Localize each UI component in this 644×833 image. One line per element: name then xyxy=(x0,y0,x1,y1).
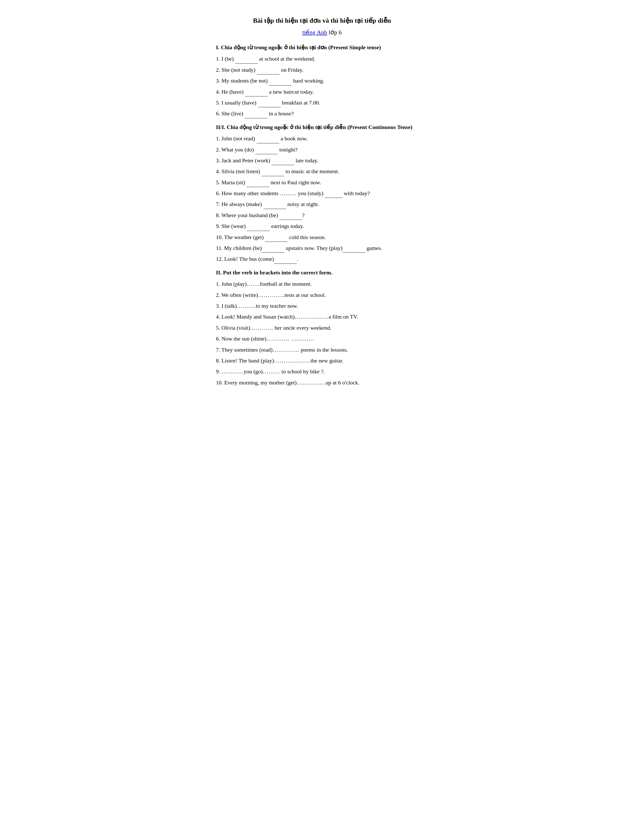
dots: ………….. xyxy=(272,347,301,353)
blank xyxy=(257,137,279,143)
section-I-items: 1. I (be) at school at the weekend. 2. S… xyxy=(216,54,428,118)
blank xyxy=(245,112,267,118)
blank xyxy=(279,213,302,220)
list-item: 7. They sometimes (read)………….. poems in … xyxy=(216,345,428,354)
section-I-heading: I. Chia động từ trong ngoặc ở thì hiện t… xyxy=(216,43,428,52)
blank xyxy=(247,224,270,231)
list-item: 2. We often (write)…………..tests at our sc… xyxy=(216,290,428,300)
list-item: 5. I usually (have) breakfast at 7.00. xyxy=(216,98,428,107)
blank xyxy=(261,169,284,176)
list-item: 6. How many other students ……… you (stud… xyxy=(216,188,428,198)
dots: ………… ………… xyxy=(266,336,315,342)
list-item: 5. Olivia (visit)………… her uncle every we… xyxy=(216,323,428,333)
section-II: II. Put the verb in brackets into the co… xyxy=(216,268,428,387)
dots: …………… xyxy=(297,380,326,386)
list-item: 1. John (play)…….football at the moment. xyxy=(216,279,428,288)
list-item: 8. Where your husband (be) ? xyxy=(216,211,428,220)
section-II-I-items: 1. John (not read) a book now. 2. What y… xyxy=(216,134,428,264)
blank xyxy=(263,202,286,209)
list-item: 12. Look! The bus (come). xyxy=(216,254,428,264)
list-item: 5. Maria (sit) next to Paul right now. xyxy=(216,178,428,187)
blank xyxy=(343,246,365,252)
blank xyxy=(265,235,288,242)
section-II-I-heading: II/I. Chia động từ trong ngoặc ở thì hiệ… xyxy=(216,122,428,132)
blank xyxy=(325,191,343,198)
blank xyxy=(257,68,280,74)
page-container: Bài tập thì hiện tại đơn và thì hiện tại… xyxy=(216,15,428,387)
page-subtitle: tiếng Anh lớp 6 xyxy=(216,27,428,38)
section-II-I: II/I. Chia động từ trong ngoặc ở thì hiệ… xyxy=(216,122,428,264)
list-item: 1. John (not read) a book now. xyxy=(216,134,428,143)
list-item: 3. Jack and Peter (work) late today. xyxy=(216,156,428,165)
list-item: 4. He (have) a new haircut today. xyxy=(216,87,428,96)
dots: ………. xyxy=(237,303,256,309)
blank xyxy=(245,90,268,96)
list-item: 10. The weather (get) cold this season. xyxy=(216,233,428,242)
page-title: Bài tập thì hiện tại đơn và thì hiện tại… xyxy=(216,15,428,26)
list-item: 6. Now the sun (shine)………… ………… xyxy=(216,334,428,343)
list-item: 9. …………you (go)……… to school by bike ?. xyxy=(216,367,428,376)
list-item: 2. What you (do) tonight? xyxy=(216,145,428,154)
dots: ……. xyxy=(247,281,260,287)
dots: ………… xyxy=(250,325,273,331)
list-item: 9. She (wear) earrings today. xyxy=(216,221,428,231)
list-item: 3. My students (be not) hard working. xyxy=(216,76,428,85)
dots: ………….. xyxy=(258,292,284,298)
list-item: 1. I (be) at school at the weekend. xyxy=(216,54,428,63)
list-item: 6. She (live) in a house? xyxy=(216,109,428,118)
list-item: 4. Look! Mandy and Susan (watch)…………...…… xyxy=(216,312,428,321)
section-II-heading: II. Put the verb in brackets into the co… xyxy=(216,268,428,277)
blank xyxy=(235,57,258,63)
dots: …………...… xyxy=(295,314,329,320)
blank xyxy=(274,257,297,264)
blank xyxy=(272,159,294,165)
blank xyxy=(246,180,269,187)
blank xyxy=(262,246,284,252)
subtitle-link[interactable]: tiếng Anh xyxy=(302,29,327,35)
subtitle-grade: lớp 6 xyxy=(328,29,342,35)
list-item: 7. He always (make) noisy at night. xyxy=(216,199,428,209)
blank xyxy=(258,101,280,107)
list-item: 2. She (not study) on Friday. xyxy=(216,65,428,74)
section-I: I. Chia động từ trong ngoặc ở thì hiện t… xyxy=(216,43,428,118)
dots: ……… xyxy=(262,368,280,375)
list-item: 8. Listen! The band (play)……………….the new… xyxy=(216,356,428,365)
list-item: 10. Every morning, my mother (get)……………u… xyxy=(216,378,428,387)
dots: ………………. xyxy=(274,357,311,364)
list-item: 4. Silvia (not listen) to music at the m… xyxy=(216,167,428,176)
list-item: 11. My children (be) upstairs now. They … xyxy=(216,243,428,252)
blank xyxy=(269,79,292,85)
blank xyxy=(255,148,278,154)
section-II-items: 1. John (play)…….football at the moment.… xyxy=(216,279,428,387)
list-item: 3. I (talk)……….to my teacher now. xyxy=(216,301,428,310)
